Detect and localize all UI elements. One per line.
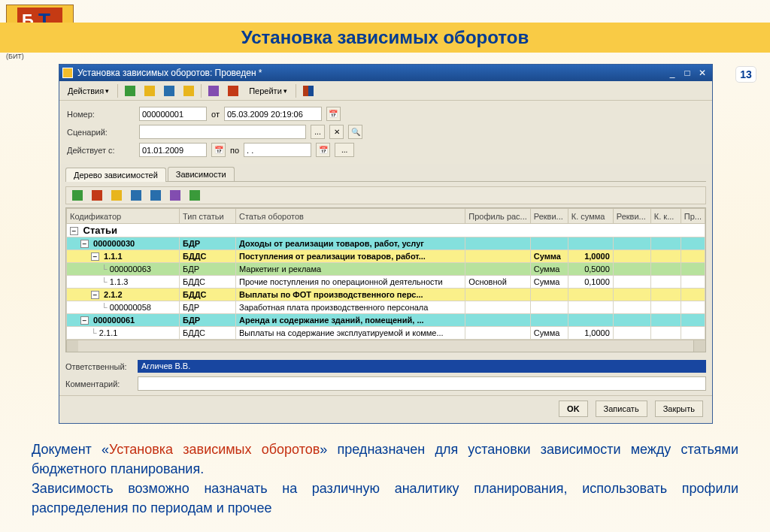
tabs: Дерево зависимостей Зависимости xyxy=(65,167,706,182)
toolbar-btn-1[interactable] xyxy=(121,83,139,98)
tab-dependency-tree[interactable]: Дерево зависимостей xyxy=(65,168,166,182)
from-label: от xyxy=(211,110,220,119)
titlebar[interactable]: Установка зависимых оборотов: Проведен *… xyxy=(59,65,712,81)
dialog-buttons: OK Записать Закрыть xyxy=(59,395,712,423)
valid-from-calendar-button[interactable]: 📅 xyxy=(211,143,226,157)
maximize-button[interactable]: □ xyxy=(681,67,694,79)
grid-row[interactable]: └ 1.1.3БДДСПрочие поступления по операци… xyxy=(67,276,705,289)
col-profile[interactable]: Профиль рас... xyxy=(465,209,530,224)
to-label: по xyxy=(230,146,239,155)
valid-from-label: Действует с: xyxy=(67,146,135,155)
grid-row[interactable]: └ 000000058БДРЗаработная плата производс… xyxy=(67,301,705,314)
arrow-down-icon xyxy=(150,190,161,201)
refresh-icon xyxy=(164,86,174,96)
tab-dependencies[interactable]: Зависимости xyxy=(168,167,235,181)
minimize-button[interactable]: _ xyxy=(665,67,679,79)
scenario-label: Сценарий: xyxy=(67,128,135,137)
footer-fields: Ответственный: Агличев В.В. Комментарий: xyxy=(65,360,706,391)
responsible-label: Ответственный: xyxy=(65,362,133,371)
grid: Кодификатор Тип статьи Статья оборотов П… xyxy=(65,207,706,352)
link-icon xyxy=(208,86,219,96)
grid-row[interactable]: − 000000061БДРАренда и содержание зданий… xyxy=(67,314,705,327)
grid-btn-filter[interactable] xyxy=(186,188,204,203)
main-toolbar: Действия▾ Перейти▾ xyxy=(59,81,712,101)
slide-title-band: Установка зависимых оборотов xyxy=(0,23,770,53)
toolbar-btn-5[interactable] xyxy=(205,83,223,98)
goto-menu[interactable]: Перейти▾ xyxy=(244,83,293,98)
filter-icon xyxy=(189,190,200,201)
col-req1[interactable]: Рекви... xyxy=(530,209,568,224)
date-picker-button[interactable]: 📅 xyxy=(326,107,341,121)
grid-toolbar xyxy=(65,186,706,204)
col-article[interactable]: Статья оборотов xyxy=(236,209,465,224)
valid-from-input[interactable] xyxy=(139,143,207,157)
comment-input[interactable] xyxy=(138,376,706,391)
col-code[interactable]: Кодификатор xyxy=(67,209,180,224)
grid-btn-up[interactable] xyxy=(127,188,145,203)
grid-btn-sort[interactable] xyxy=(166,188,184,203)
toolbar-btn-4[interactable] xyxy=(180,83,198,98)
col-pr[interactable]: Пр... xyxy=(681,209,705,224)
grid-btn-down[interactable] xyxy=(147,188,165,203)
save-button[interactable]: Записать xyxy=(596,401,647,417)
actions-menu[interactable]: Действия▾ xyxy=(62,83,114,98)
app-window: Установка зависимых оборотов: Проведен *… xyxy=(59,64,713,424)
grid-hscroll[interactable] xyxy=(66,340,705,352)
plus-icon xyxy=(72,190,83,201)
valid-to-input[interactable] xyxy=(244,143,311,157)
window-icon xyxy=(62,68,73,78)
sort-icon xyxy=(170,190,180,201)
ok-button[interactable]: OK xyxy=(559,401,588,417)
grid-row[interactable]: − 2.1.2БДДСВыплаты по ФОТ производственн… xyxy=(67,289,705,301)
grid-row[interactable]: └ 2.1.1БДДСВыплаты на содержание эксплуа… xyxy=(67,327,705,340)
date-input[interactable] xyxy=(224,107,322,121)
toolbar-btn-6[interactable] xyxy=(224,83,242,98)
scenario-clear-button[interactable]: ✕ xyxy=(329,125,344,139)
grid-row[interactable]: − 1.1.1БДДСПоступления от реализации тов… xyxy=(67,250,705,263)
spreadsheet-icon xyxy=(183,86,194,96)
pencil-icon xyxy=(111,190,122,201)
slide-number: 13 xyxy=(735,66,756,83)
x-icon xyxy=(92,190,102,201)
play-icon xyxy=(125,86,135,96)
grid-btn-del[interactable] xyxy=(88,188,106,203)
grid-btn-edit[interactable] xyxy=(108,188,126,203)
slide-description: Документ «Установка зависимых оборотов» … xyxy=(32,440,738,518)
scenario-select-button[interactable]: ... xyxy=(311,125,325,139)
grid-root-row[interactable]: − Статьи xyxy=(67,224,705,237)
tree-icon xyxy=(228,86,238,96)
toolbar-btn-3[interactable] xyxy=(160,83,178,98)
arrow-up-icon xyxy=(131,190,141,201)
col-kk[interactable]: К. к... xyxy=(650,209,681,224)
responsible-value[interactable]: Агличев В.В. xyxy=(138,360,706,373)
grid-header-row: Кодификатор Тип статьи Статья оборотов П… xyxy=(67,209,705,224)
grid-row[interactable]: − 000000030БДРДоходы от реализации товар… xyxy=(67,237,705,250)
col-req2[interactable]: Рекви... xyxy=(613,209,650,224)
comment-label: Комментарий: xyxy=(65,379,133,388)
grid-row[interactable]: └ 000000063БДРМаркетинг и рекламаСумма0,… xyxy=(67,263,705,276)
valid-to-calendar-button[interactable]: 📅 xyxy=(316,143,330,157)
close-window-button[interactable]: ✕ xyxy=(696,67,709,79)
close-button[interactable]: Закрыть xyxy=(655,401,703,417)
slide-title: Установка зависимых оборотов xyxy=(241,27,529,48)
toolbar-btn-logo[interactable] xyxy=(299,83,317,98)
grid-btn-add[interactable] xyxy=(68,188,86,203)
scenario-search-button[interactable]: 🔍 xyxy=(348,125,362,139)
number-input[interactable] xyxy=(139,107,207,121)
form-header: Номер: от 📅 Сценарий: ... ✕ 🔍 Действует … xyxy=(59,101,712,164)
col-ksum[interactable]: К. сумма xyxy=(568,209,613,224)
desc-highlight: Установка зависимых оборотов xyxy=(109,442,320,457)
number-label: Номер: xyxy=(67,110,135,119)
bt-logo-icon xyxy=(303,86,314,96)
calendar-icon: 📅 xyxy=(329,110,338,118)
toolbar-btn-2[interactable] xyxy=(141,83,159,98)
scenario-input[interactable] xyxy=(139,125,306,139)
magnifier-icon: 🔍 xyxy=(351,128,360,136)
col-type[interactable]: Тип статьи xyxy=(180,209,236,224)
doc-icon xyxy=(144,86,155,96)
window-title: Установка зависимых оборотов: Проведен * xyxy=(77,68,664,78)
date-range-button[interactable]: ... xyxy=(335,143,354,157)
